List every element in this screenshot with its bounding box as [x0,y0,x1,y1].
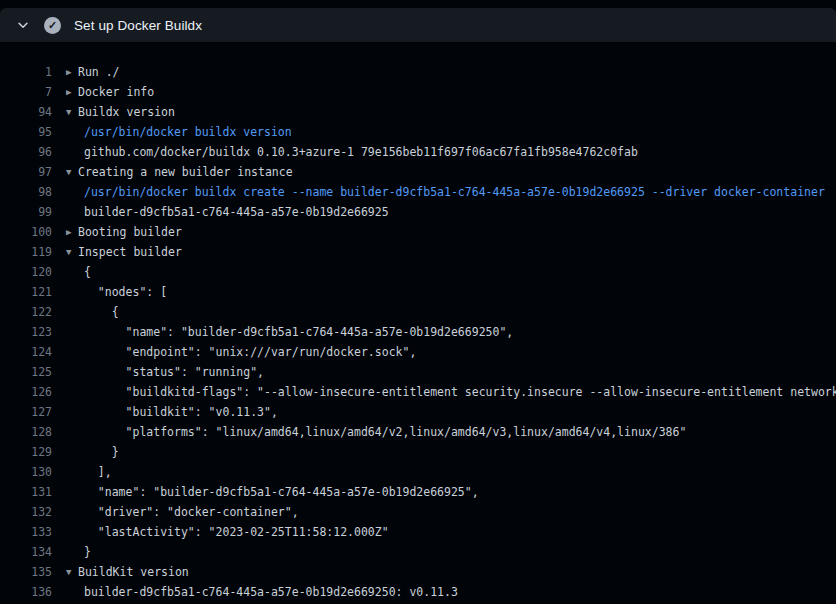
expand-triangle-icon [66,542,78,562]
log-line: 98 /usr/bin/docker buildx create --name … [0,182,836,202]
expand-triangle-icon [66,182,78,202]
expand-triangle-icon [66,442,78,462]
line-number[interactable]: 125 [0,362,52,382]
log-line: 126 "buildkitd-flags": "--allow-insecure… [0,382,836,402]
log-line-text: "driver": "docker-container", [84,502,299,522]
log-line-text: "status": "running", [84,362,264,382]
line-number[interactable]: 120 [0,262,52,282]
expand-triangle-icon [66,362,78,382]
log-line-text: BuildKit version [78,562,189,582]
log-line-text: "nodes": [ [84,282,167,302]
line-number[interactable]: 7 [0,82,52,102]
line-number[interactable]: 129 [0,442,52,462]
step-header[interactable]: ✓ Set up Docker Buildx [0,8,836,42]
log-line: 128 "platforms": "linux/amd64,linux/amd6… [0,422,836,442]
expand-triangle-icon [66,462,78,482]
expand-triangle-icon [66,302,78,322]
line-number[interactable]: 99 [0,202,52,222]
expand-triangle-icon [66,202,78,222]
expand-triangle-icon [66,482,78,502]
log-line-text: Booting builder [78,222,182,242]
log-line-text: builder-d9cfb5a1-c764-445a-a57e-0b19d2e6… [84,202,389,222]
log-line-text: } [84,542,91,562]
expand-triangle-icon [66,262,78,282]
line-number[interactable]: 97 [0,162,52,182]
log-line-text: github.com/docker/buildx 0.10.3+azure-1 … [84,142,638,162]
expand-triangle-icon [66,282,78,302]
chevron-down-icon[interactable] [16,18,32,32]
log-line[interactable]: 97 ▼ Creating a new builder instance [0,162,836,182]
expand-triangle-icon [66,502,78,522]
log-line-text: Buildx version [78,102,175,122]
log-line: 133 "lastActivity": "2023-02-25T11:58:12… [0,522,836,542]
line-number[interactable]: 130 [0,462,52,482]
log-line: 124 "endpoint": "unix:///var/run/docker.… [0,342,836,362]
log-line-text: "buildkit": "v0.11.3", [84,402,278,422]
expand-triangle-icon [66,322,78,342]
expand-triangle-icon [66,422,78,442]
expand-triangle-icon [66,402,78,422]
line-number[interactable]: 94 [0,102,52,122]
log-line: 96 github.com/docker/buildx 0.10.3+azure… [0,142,836,162]
line-number[interactable]: 131 [0,482,52,502]
line-number[interactable]: 96 [0,142,52,162]
expand-triangle-icon: ▼ [66,162,78,182]
expand-triangle-icon: ▼ [66,102,78,122]
expand-triangle-icon: ▶ [66,222,78,242]
log-line: 122 { [0,302,836,322]
expand-triangle-icon: ▶ [66,82,78,102]
step-title: Set up Docker Buildx [74,18,202,33]
log-line: 120 { [0,262,836,282]
log-line-text: } [84,442,119,462]
log-line[interactable]: 94 ▼ Buildx version [0,102,836,122]
log-line-text: "lastActivity": "2023-02-25T11:58:12.000… [84,522,389,542]
expand-triangle-icon [66,122,78,142]
line-number[interactable]: 100 [0,222,52,242]
log-line-text: builder-d9cfb5a1-c764-445a-a57e-0b19d2e6… [84,582,458,602]
line-number[interactable]: 128 [0,422,52,442]
line-number[interactable]: 135 [0,562,52,582]
expand-triangle-icon [66,522,78,542]
expand-triangle-icon: ▼ [66,562,78,582]
log-line-text: Run ./ [78,62,120,82]
line-number[interactable]: 1 [0,62,52,82]
log-line: 131 "name": "builder-d9cfb5a1-c764-445a-… [0,482,836,502]
log-line-text: "endpoint": "unix:///var/run/docker.sock… [84,342,416,362]
line-number[interactable]: 98 [0,182,52,202]
log-line: 132 "driver": "docker-container", [0,502,836,522]
line-number[interactable]: 122 [0,302,52,322]
expand-triangle-icon: ▶ [66,62,78,82]
log-line: 125 "status": "running", [0,362,836,382]
expand-triangle-icon [66,342,78,362]
log-line-text: "name": "builder-d9cfb5a1-c764-445a-a57e… [84,322,513,342]
expand-triangle-icon [66,142,78,162]
line-number[interactable]: 133 [0,522,52,542]
line-number[interactable]: 134 [0,542,52,562]
line-number[interactable]: 121 [0,282,52,302]
log-line-text: Docker info [78,82,154,102]
log-line: 129 } [0,442,836,462]
log-line: 123 "name": "builder-d9cfb5a1-c764-445a-… [0,322,836,342]
line-number[interactable]: 136 [0,582,52,602]
log-line[interactable]: 119 ▼ Inspect builder [0,242,836,262]
line-number[interactable]: 123 [0,322,52,342]
log-line: 127 "buildkit": "v0.11.3", [0,402,836,422]
log-line: 136 builder-d9cfb5a1-c764-445a-a57e-0b19… [0,582,836,602]
log-line[interactable]: 100 ▶ Booting builder [0,222,836,242]
log-line[interactable]: 135 ▼ BuildKit version [0,562,836,582]
line-number[interactable]: 127 [0,402,52,422]
log-line-text: /usr/bin/docker buildx version [84,122,292,142]
line-number[interactable]: 95 [0,122,52,142]
line-number[interactable]: 132 [0,502,52,522]
expand-triangle-icon: ▼ [66,242,78,262]
log-line[interactable]: 7 ▶ Docker info [0,82,836,102]
log-line: 130 ], [0,462,836,482]
expand-triangle-icon [66,582,78,602]
log-line: 99 builder-d9cfb5a1-c764-445a-a57e-0b19d… [0,202,836,222]
log-line: 121 "nodes": [ [0,282,836,302]
log-line[interactable]: 1 ▶ Run ./ [0,62,836,82]
line-number[interactable]: 124 [0,342,52,362]
log-line: 95 /usr/bin/docker buildx version [0,122,836,142]
line-number[interactable]: 119 [0,242,52,262]
line-number[interactable]: 126 [0,382,52,402]
